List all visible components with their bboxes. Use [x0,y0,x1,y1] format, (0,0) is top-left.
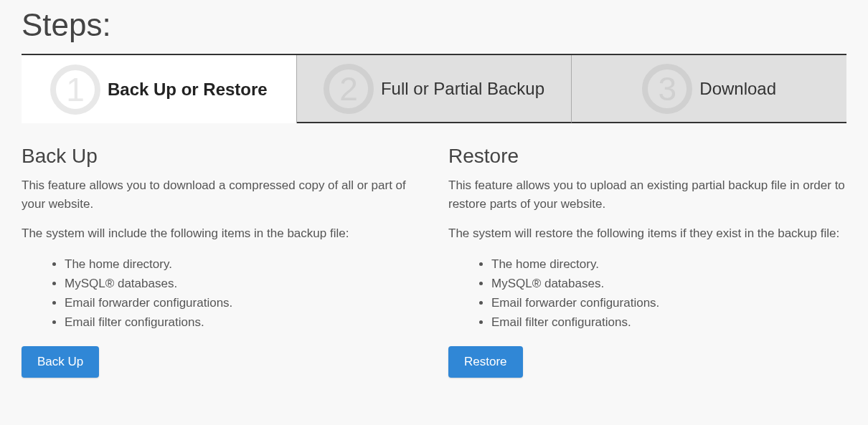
list-item: MySQL® databases. [65,274,420,293]
restore-column: Restore This feature allows you to uploa… [448,145,846,378]
list-item: The home directory. [65,254,420,274]
list-item: Email forwarder configurations. [491,293,846,312]
step-label-3: Download [699,79,776,99]
backup-description: This feature allows you to download a co… [22,176,420,213]
step-label-2: Full or Partial Backup [381,79,544,99]
backup-items-list: The home directory. MySQL® databases. Em… [22,254,420,333]
content-columns: Back Up This feature allows you to downl… [22,145,846,378]
restore-button[interactable]: Restore [448,346,523,378]
step-number-2-icon: 2 [324,64,374,114]
backup-heading: Back Up [22,145,420,168]
list-item: Email forwarder configurations. [65,293,420,312]
step-number-1-icon: 1 [50,65,100,115]
steps-tabs: 1 Back Up or Restore 2 Full or Partial B… [22,54,846,123]
step-tab-3[interactable]: 3 Download [572,55,846,123]
backup-list-intro: The system will include the following it… [22,224,420,243]
step-label-1: Back Up or Restore [108,80,268,100]
step-number-3-icon: 3 [642,64,692,114]
list-item: The home directory. [491,254,846,274]
step-tab-2[interactable]: 2 Full or Partial Backup [297,55,572,123]
page-title: Steps: [22,7,846,43]
step-tab-1[interactable]: 1 Back Up or Restore [22,55,297,123]
restore-list-intro: The system will restore the following it… [448,224,846,243]
restore-items-list: The home directory. MySQL® databases. Em… [448,254,846,333]
backup-column: Back Up This feature allows you to downl… [22,145,420,378]
list-item: Email filter configurations. [491,312,846,332]
restore-heading: Restore [448,145,846,168]
backup-button[interactable]: Back Up [22,346,99,378]
restore-description: This feature allows you to upload an exi… [448,176,846,213]
list-item: MySQL® databases. [491,274,846,293]
list-item: Email filter configurations. [65,312,420,332]
